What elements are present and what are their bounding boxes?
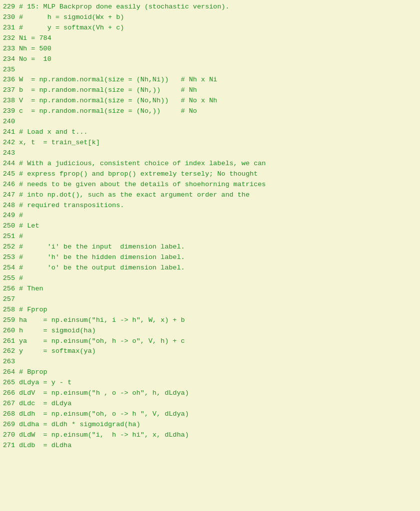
line-number: 239 xyxy=(0,106,19,117)
line-content: c = np.random.normal(size = (No,)) # No xyxy=(19,106,420,117)
line-content: ha = np.einsum("hi, i -> h", W, x) + b xyxy=(19,315,420,326)
code-line: 262y = softmax(ya) xyxy=(0,346,420,357)
line-content: # needs to be given about the details of… xyxy=(19,180,420,190)
code-line: 245# express fprop() and bprop() extreme… xyxy=(0,169,420,180)
line-number: 258 xyxy=(0,305,19,315)
line-number: 253 xyxy=(0,253,19,263)
code-line: 230# h = sigmoid(Wx + b) xyxy=(0,12,420,23)
line-content: # xyxy=(19,211,420,221)
code-line: 269dLdha = dLdh * sigmoidgrad(ha) xyxy=(0,420,420,430)
line-content: # express fprop() and bprop() extremely … xyxy=(19,169,420,180)
line-content: dLdc = dLdya xyxy=(19,399,420,409)
line-content: W = np.random.normal(size = (Nh,Ni)) # N… xyxy=(19,75,420,85)
line-content xyxy=(19,148,420,159)
line-number: 248 xyxy=(0,201,19,211)
line-content: # xyxy=(19,273,420,284)
code-line: 257 xyxy=(0,294,420,305)
line-number: 234 xyxy=(0,54,19,65)
line-number: 230 xyxy=(0,12,19,23)
code-line: 247# into np.dot(), such as the exact ar… xyxy=(0,190,420,201)
code-line: 260h = sigmoid(ha) xyxy=(0,326,420,336)
code-container: 229# 15: MLP Backprop done easily (stoch… xyxy=(0,0,420,511)
line-content: # into np.dot(), such as the exact argum… xyxy=(19,190,420,201)
line-number: 240 xyxy=(0,117,19,127)
line-content: V = np.random.normal(size = (No,Nh)) # N… xyxy=(19,96,420,106)
line-content: # Then xyxy=(19,284,420,294)
line-content xyxy=(19,294,420,305)
code-line: 258# Fprop xyxy=(0,305,420,315)
line-content: dLdV = np.einsum("h , o -> oh", h, dLdya… xyxy=(19,388,420,399)
line-content: Ni = 784 xyxy=(19,33,420,44)
line-content: y = softmax(ya) xyxy=(19,346,420,357)
code-line: 243 xyxy=(0,148,420,159)
line-content: No = 10 xyxy=(19,54,420,65)
code-line: 237b = np.random.normal(size = (Nh,)) # … xyxy=(0,85,420,96)
line-number: 268 xyxy=(0,409,19,420)
code-line: 241# Load x and t... xyxy=(0,127,420,138)
code-line: 234No = 10 xyxy=(0,54,420,65)
line-content: dLdha = dLdh * sigmoidgrad(ha) xyxy=(19,420,420,430)
line-number: 270 xyxy=(0,430,19,441)
code-line: 252# 'i' be the input dimension label. xyxy=(0,242,420,253)
line-content: # Let xyxy=(19,221,420,232)
code-line: 267dLdc = dLdya xyxy=(0,399,420,409)
code-line: 266dLdV = np.einsum("h , o -> oh", h, dL… xyxy=(0,388,420,399)
line-number: 250 xyxy=(0,221,19,232)
code-line: 231# y = softmax(Vh + c) xyxy=(0,23,420,33)
code-line: 251# xyxy=(0,232,420,242)
code-line: 232Ni = 784 xyxy=(0,33,420,44)
line-content: dLdya = y - t xyxy=(19,378,420,388)
line-content: b = np.random.normal(size = (Nh,)) # Nh xyxy=(19,85,420,96)
line-number: 256 xyxy=(0,284,19,294)
line-number: 265 xyxy=(0,378,19,388)
code-line: 238V = np.random.normal(size = (No,Nh)) … xyxy=(0,96,420,106)
line-number: 261 xyxy=(0,336,19,347)
code-line: 233Nh = 500 xyxy=(0,44,420,54)
code-line: 248# required transpositions. xyxy=(0,201,420,211)
line-number: 263 xyxy=(0,357,19,367)
line-content: # Bprop xyxy=(19,367,420,378)
line-content: # h = sigmoid(Wx + b) xyxy=(19,12,420,23)
code-line: 255# xyxy=(0,273,420,284)
code-line: 240 xyxy=(0,117,420,127)
code-line: 254# 'o' be the output dimension label. xyxy=(0,263,420,273)
line-number: 266 xyxy=(0,388,19,399)
code-line: 270dLdW = np.einsum("i, h -> hi", x, dLd… xyxy=(0,430,420,441)
code-line: 265dLdya = y - t xyxy=(0,378,420,388)
line-content: # xyxy=(19,232,420,242)
line-number: 254 xyxy=(0,263,19,273)
line-content: # With a judicious, consistent choice of… xyxy=(19,159,420,169)
line-content: # y = softmax(Vh + c) xyxy=(19,23,420,33)
line-content: # Load x and t... xyxy=(19,127,420,138)
line-content: # 'h' be the hidden dimension label. xyxy=(19,253,420,263)
code-line: 263 xyxy=(0,357,420,367)
line-content: ya = np.einsum("oh, h -> o", V, h) + c xyxy=(19,336,420,347)
code-line: 253# 'h' be the hidden dimension label. xyxy=(0,253,420,263)
line-number: 259 xyxy=(0,315,19,326)
line-content: # 'i' be the input dimension label. xyxy=(19,242,420,253)
line-number: 244 xyxy=(0,159,19,169)
line-number: 233 xyxy=(0,44,19,54)
line-number: 235 xyxy=(0,65,19,75)
line-number: 251 xyxy=(0,232,19,242)
line-number: 236 xyxy=(0,75,19,85)
line-number: 249 xyxy=(0,211,19,221)
line-number: 247 xyxy=(0,190,19,201)
code-line: 244# With a judicious, consistent choice… xyxy=(0,159,420,169)
line-number: 269 xyxy=(0,420,19,430)
line-content xyxy=(19,117,420,127)
code-line: 256# Then xyxy=(0,284,420,294)
code-line: 264# Bprop xyxy=(0,367,420,378)
code-line: 229# 15: MLP Backprop done easily (stoch… xyxy=(0,2,420,12)
line-content: dLdW = np.einsum("i, h -> hi", x, dLdha) xyxy=(19,430,420,441)
code-line: 250# Let xyxy=(0,221,420,232)
line-number: 229 xyxy=(0,2,19,12)
line-number: 245 xyxy=(0,169,19,180)
line-number: 271 xyxy=(0,441,19,451)
line-number: 264 xyxy=(0,367,19,378)
line-content xyxy=(19,357,420,367)
line-number: 260 xyxy=(0,326,19,336)
line-content: h = sigmoid(ha) xyxy=(19,326,420,336)
line-number: 257 xyxy=(0,294,19,305)
line-content xyxy=(19,65,420,75)
